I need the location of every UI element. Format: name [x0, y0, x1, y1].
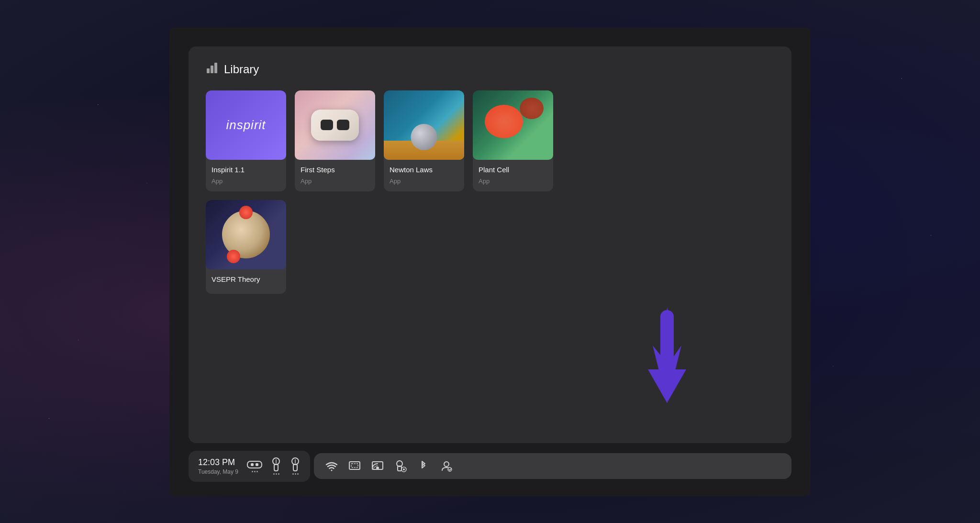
library-panel: Library inspirit Inspirit 1.1 App	[189, 46, 791, 443]
vsepr-circle	[222, 211, 270, 258]
screen-button[interactable]	[348, 460, 361, 472]
inspirit-info: Inspirit 1.1 App	[206, 160, 286, 191]
app-grid-row1: inspirit Inspirit 1.1 App	[206, 90, 774, 191]
newtonlaws-type: App	[390, 178, 458, 185]
app-thumbnail-firststeps	[295, 90, 375, 160]
vsepr-thumb-bg	[206, 200, 286, 269]
svg-rect-14	[351, 464, 358, 467]
firststeps-name: First Steps	[301, 166, 369, 174]
newton-ball	[411, 124, 437, 150]
main-screen: Library inspirit Inspirit 1.1 App	[169, 27, 811, 496]
vr-icon-dots	[252, 471, 258, 472]
svg-point-20	[403, 468, 405, 470]
plantcell-info: Plant Cell App	[473, 160, 553, 191]
wifi-button[interactable]	[325, 460, 338, 472]
cell-blob-main	[485, 105, 523, 138]
app-card-firststeps[interactable]: First Steps App	[295, 90, 375, 191]
vsepr-molecule1	[239, 206, 253, 219]
app-thumbnail-vsepr	[206, 200, 286, 269]
taskbar-left: 12:03 PM Tuesday, May 9	[189, 451, 310, 482]
current-date: Tuesday, May 9	[198, 468, 238, 475]
firststeps-type: App	[301, 178, 369, 185]
firststeps-thumb-bg	[295, 90, 375, 160]
app-grid-row2: VSEPR Theory	[206, 200, 774, 294]
left-ctrl-dots	[273, 473, 279, 475]
cell-blob-secondary	[520, 98, 544, 119]
svg-rect-3	[247, 461, 262, 468]
taskbar-container: 12:03 PM Tuesday, May 9	[169, 451, 811, 496]
taskbar-right	[314, 453, 791, 479]
vsepr-molecule2	[227, 250, 240, 263]
inspirit-logo-text: inspirit	[226, 118, 266, 133]
svg-point-12	[331, 470, 333, 471]
inspirit-type: App	[212, 178, 280, 185]
right-ctrl-dots	[292, 473, 299, 475]
vr-lens-right	[337, 120, 349, 130]
right-controller-icon	[290, 457, 301, 475]
inspirit-name: Inspirit 1.1	[212, 166, 280, 174]
controller-settings-button[interactable]	[394, 460, 407, 472]
svg-rect-4	[251, 463, 254, 466]
app-thumbnail-inspirit: inspirit	[206, 90, 286, 160]
left-controller-icon	[271, 457, 281, 475]
svg-rect-1	[211, 66, 213, 73]
vsepr-name: VSEPR Theory	[212, 275, 280, 283]
app-card-plantcell[interactable]: Plant Cell App	[473, 90, 553, 191]
app-card-vsepr[interactable]: VSEPR Theory	[206, 200, 286, 294]
cast-button[interactable]	[371, 460, 384, 472]
library-header: Library	[206, 62, 774, 77]
svg-rect-7	[274, 464, 278, 471]
svg-rect-5	[256, 463, 258, 466]
newtonlaws-name: Newton Laws	[390, 166, 458, 174]
library-title: Library	[224, 63, 259, 76]
plantcell-name: Plant Cell	[479, 166, 547, 174]
app-thumbnail-plantcell	[473, 90, 553, 160]
app-thumbnail-newtonlaws	[384, 90, 464, 160]
vr-headset-graphic	[311, 110, 359, 141]
app-card-newtonlaws[interactable]: Newton Laws App	[384, 90, 464, 191]
vr-headset-icon	[247, 460, 262, 472]
vr-lens-left	[321, 120, 333, 130]
svg-rect-2	[214, 63, 217, 73]
vr-lenses	[321, 120, 349, 130]
profile-button[interactable]	[440, 460, 453, 472]
newton-thumb-bg	[384, 90, 464, 160]
plantcell-thumb-bg	[473, 90, 553, 160]
newtonlaws-info: Newton Laws App	[384, 160, 464, 191]
library-icon	[206, 62, 218, 77]
arrow-annotation	[638, 307, 696, 414]
svg-rect-10	[293, 464, 297, 471]
taskbar-time-display: 12:03 PM Tuesday, May 9	[198, 457, 238, 475]
bluetooth-button[interactable]	[417, 460, 430, 472]
vsepr-info: VSEPR Theory	[206, 269, 286, 294]
plantcell-type: App	[479, 178, 547, 185]
arrow-svg	[638, 307, 696, 412]
app-card-inspirit[interactable]: inspirit Inspirit 1.1 App	[206, 90, 286, 191]
svg-point-22	[448, 467, 452, 471]
svg-point-21	[444, 462, 449, 467]
svg-rect-0	[207, 68, 210, 73]
current-time: 12:03 PM	[198, 457, 238, 467]
svg-point-16	[376, 467, 379, 469]
inspirit-thumb-bg: inspirit	[206, 90, 286, 160]
firststeps-info: First Steps App	[295, 160, 375, 191]
